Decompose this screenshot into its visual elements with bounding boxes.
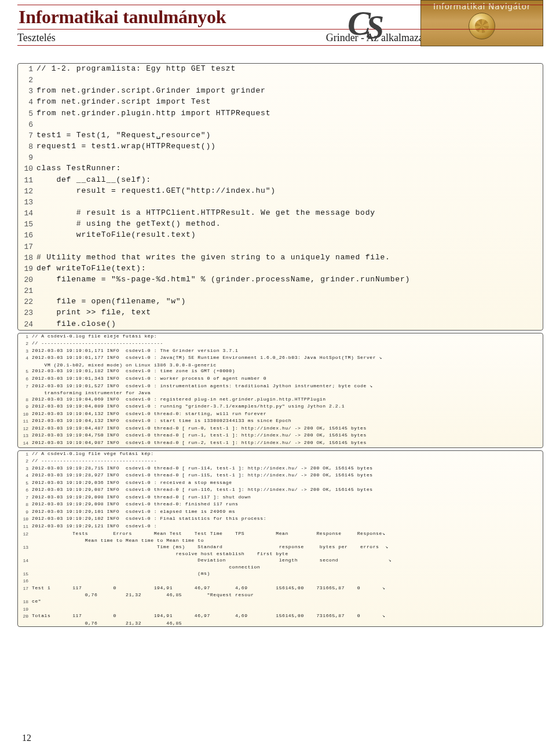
code-line: 2012-03-03 19:19:04,750 INFO csdev1-0 th… [32,432,543,440]
code-line: 2012-03-03 19:19:04,089 INFO csdev1-0 : … [32,403,543,411]
code-line: 2012-03-03 19:19:29,121 INFO csdev1-0 : [32,523,543,531]
code-line: 2012-03-03 19:19:29,101 INFO csdev1-0 : … [32,509,543,516]
line-number: 3 [18,348,32,355]
line-number: 18 [18,252,36,263]
line-number: 19 [18,263,36,274]
code-line: 2012-03-03 19:19:01,343 INFO csdev1-0 : … [32,376,543,383]
code-line: 2012-03-03 19:19:29,098 INFO csdev1-0 th… [32,501,543,509]
code-line: // 1-2. programlista: Egy http GET teszt [36,64,543,75]
line-number: 24 [18,319,36,330]
line-number: 10 [18,516,32,523]
line-number: 4 [18,355,32,362]
code-line: 2012-03-03 19:19:01,171 INFO csdev1-0 : … [32,348,543,355]
code-line [36,119,543,130]
code-line: resolve host establish first byte [32,551,543,557]
line-number: 12 [18,531,32,538]
line-number: 4 [18,472,32,480]
line-number: 2 [18,75,36,86]
code-line: Deviation length second ↘ [32,557,543,565]
code-line: // A csdev1-0.log file vége futási kép: [32,451,543,458]
line-number: 10 [18,411,32,419]
line-number [18,621,32,627]
line-number: 11 [18,418,32,425]
line-number: 1 [18,333,32,341]
line-number: 13 [18,544,32,552]
line-number: 13 [18,432,32,440]
code-line: def writeToFile(text): [36,263,543,274]
code-line: # Utility method that writes the given s… [36,252,543,263]
code-line: // A csdev1-0.log file eleje futási kép: [32,333,543,341]
line-number: 20 [18,274,36,285]
code-listing: 1// A csdev1-0.log file eleje futási kép… [17,333,543,448]
code-line: 2012-03-03 19:19:04,487 INFO csdev1-0 th… [32,425,543,433]
line-number: 9 [18,152,36,163]
line-number: 8 [18,397,32,404]
code-line [32,606,543,614]
line-number [18,592,32,599]
code-line: 2012-03-03 19:19:29,102 INFO csdev1-0 : … [32,516,543,523]
code-line: 2012-03-03 19:19:29,087 INFO csdev1-0 th… [32,487,543,494]
line-number: 15 [18,571,32,578]
line-number: 2 [18,340,32,348]
code-line: // -------------------------------------… [32,340,543,348]
line-number: 15 [18,219,36,230]
line-number: 17 [18,241,36,252]
code-line [32,578,543,585]
line-number: 13 [18,197,36,208]
line-number: 6 [18,376,32,383]
line-number: 18 [18,599,32,606]
line-number: 1 [18,64,36,75]
code-line: print >> file, text [36,307,543,318]
code-line: 2012-03-03 19:19:28,927 INFO csdev1-0 th… [32,472,543,480]
line-number [18,538,32,544]
line-number: 6 [18,487,32,494]
code-line: 2012-03-03 19:19:29,098 INFO csdev1-0 th… [32,494,543,502]
code-line: 2012-03-03 19:19:01,527 INFO csdev1-0 : … [32,383,543,391]
line-number: 5 [18,480,32,487]
code-line: file.close() [36,319,543,330]
code-line: 2012-03-03 19:19:04,132 INFO csdev1-0 : … [32,418,543,425]
code-line [36,75,543,86]
code-line [36,197,543,208]
code-line: from net.grinder.script import Test [36,97,543,108]
line-number: 3 [18,86,36,97]
code-line: def __call__(self): [36,175,543,186]
line-number: 16 [18,578,32,585]
line-number: 22 [18,296,36,307]
code-line: filename = "%s-page-%d.html" % (grinder.… [36,274,543,285]
line-number: 5 [18,108,36,119]
line-number: 20 [18,613,32,621]
line-number: 12 [18,186,36,197]
code-line: writeToFile(result.text) [36,230,543,241]
code-line [36,285,543,296]
code-listing: 1// A csdev1-0.log file vége futási kép:… [17,450,543,627]
line-number: 19 [18,606,32,614]
line-number: 14 [18,557,32,565]
code-line: transforming instrumenter for Java [32,390,543,397]
line-number: 3 [18,465,32,473]
code-line: (ms) [32,571,543,578]
code-line: ce" [32,599,543,606]
code-line: file = open(filename, "w") [36,296,543,307]
line-number: 7 [18,130,36,141]
code-line: from net.grinder.script.Grinder import g… [36,86,543,97]
line-number: 23 [18,307,36,318]
code-line: connection [32,564,543,571]
line-number: 17 [18,585,32,593]
line-number: 10 [18,163,36,174]
line-number: 8 [18,141,36,152]
line-number: 7 [18,383,32,391]
page-number: 12 [22,733,31,743]
code-line: request1 = test1.wrap(HTTPRequest()) [36,141,543,152]
code-line: Test 1 117 0 194,91 46,97 4,69 156145,00… [32,585,543,593]
code-line: result = request1.GET("http://index.hu") [36,186,543,197]
line-number: 11 [18,175,36,186]
line-number: 9 [18,509,32,516]
code-line: 2012-03-03 19:19:04,132 INFO csdev1-0 th… [32,411,543,419]
line-number: 5 [18,368,32,376]
line-number: 14 [18,440,32,447]
code-line: 2012-03-03 19:19:04,987 INFO csdev1-0 th… [32,440,543,447]
line-number: 2 [18,458,32,465]
line-number: 21 [18,285,36,296]
line-number: 9 [18,403,32,411]
